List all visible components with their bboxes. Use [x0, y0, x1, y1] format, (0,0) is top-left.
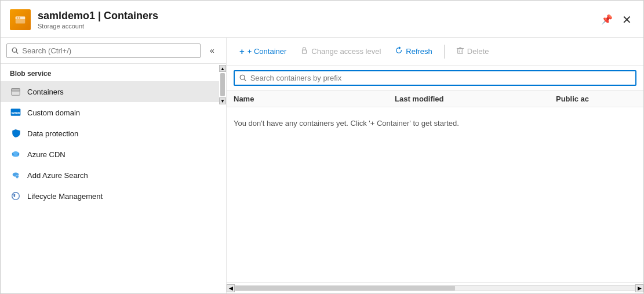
search-containers-icon [239, 74, 247, 82]
sidebar: « Blob service [1, 38, 227, 293]
container-icon [10, 86, 21, 97]
shield-icon [10, 128, 21, 139]
svg-rect-2 [17, 17, 19, 18]
domain-icon: www [10, 107, 21, 118]
lock-icon [300, 46, 308, 56]
search-bar-container: « [1, 38, 226, 64]
empty-state-message: You don't have any containers yet. Click… [227, 107, 643, 139]
add-container-label: + Container [248, 47, 287, 56]
svg-rect-21 [457, 49, 463, 53]
plus-icon: + [239, 46, 245, 56]
scrollbar-up-arrow[interactable]: ▲ [219, 65, 226, 72]
scrollbar-down-arrow[interactable]: ▼ [219, 97, 226, 104]
scrollbar-left-arrow[interactable]: ◀ [227, 284, 235, 292]
window-header: samldemo1 | Containers Storage account 📌… [1, 1, 643, 38]
search-containers-input[interactable] [250, 74, 631, 82]
table-header: Name Last modified Public ac [227, 91, 643, 107]
svg-rect-20 [303, 50, 307, 53]
search-service-icon [10, 169, 21, 181]
azure-cdn-label: Azure CDN [27, 150, 210, 159]
header-actions: 📌 ✕ [599, 10, 634, 29]
sidebar-search-input[interactable] [22, 46, 195, 55]
pin-icon[interactable]: 📌 [599, 12, 615, 27]
containers-label: Containers [27, 88, 210, 96]
svg-point-4 [12, 48, 17, 52]
toolbar: + + Container Change access level [227, 38, 643, 66]
col-header-access: Public ac [556, 95, 636, 103]
sidebar-item-azure-cdn[interactable]: Azure CDN [1, 144, 219, 165]
svg-line-16 [19, 178, 20, 179]
svg-text:www: www [11, 111, 20, 115]
sidebar-item-custom-domain[interactable]: www Custom domain [1, 102, 219, 123]
sidebar-search-bar[interactable] [6, 43, 201, 58]
add-azure-search-label: Add Azure Search [27, 171, 210, 180]
title-block: samldemo1 | Containers Storage account [38, 10, 158, 30]
search-icon [12, 47, 19, 55]
collapse-sidebar-button[interactable]: « [204, 42, 220, 59]
storage-icon [10, 9, 31, 30]
scrollbar-right-arrow[interactable]: ▶ [635, 284, 643, 292]
refresh-button[interactable]: Refresh [389, 43, 438, 59]
svg-point-13 [13, 151, 19, 155]
data-protection-label: Data protection [27, 129, 210, 138]
blob-service-label: Blob service [1, 64, 219, 81]
sidebar-item-data-protection[interactable]: Data protection [1, 123, 219, 144]
svg-point-17 [12, 193, 20, 200]
sidebar-scrollbar: ▲ ▼ [219, 64, 226, 104]
main-content: + + Container Change access level [227, 38, 643, 293]
svg-line-27 [244, 79, 246, 81]
sidebar-item-lifecycle-management[interactable]: Lifecycle Management [1, 186, 219, 206]
lifecycle-icon [10, 190, 21, 202]
toolbar-separator [444, 45, 445, 59]
svg-rect-19 [13, 194, 14, 197]
body: « Blob service [1, 38, 643, 293]
svg-line-5 [16, 52, 18, 53]
sidebar-item-containers[interactable]: Containers [1, 81, 219, 102]
trash-icon [456, 46, 464, 56]
delete-button[interactable]: Delete [450, 43, 495, 59]
svg-point-26 [240, 75, 245, 79]
lifecycle-management-label: Lifecycle Management [27, 192, 210, 201]
col-header-modified: Last modified [395, 95, 556, 103]
change-access-label: Change access level [311, 47, 381, 56]
close-button[interactable]: ✕ [620, 10, 634, 29]
svg-rect-3 [19, 17, 20, 18]
custom-domain-label: Custom domain [27, 108, 210, 117]
header-left: samldemo1 | Containers Storage account [10, 9, 158, 30]
svg-rect-7 [12, 89, 20, 92]
col-header-name: Name [234, 95, 395, 103]
add-container-button[interactable]: + + Container [234, 43, 292, 59]
search-containers-input-wrapper[interactable] [234, 70, 636, 86]
horizontal-scrollbar: ◀ ▶ [227, 282, 643, 293]
cdn-icon [10, 148, 21, 160]
scrollbar-thumb[interactable] [235, 286, 455, 291]
refresh-label: Refresh [406, 47, 432, 56]
window-subtitle: Storage account [38, 23, 158, 30]
refresh-icon [395, 46, 403, 56]
change-access-button[interactable]: Change access level [294, 43, 387, 59]
sidebar-item-add-azure-search[interactable]: Add Azure Search [1, 165, 219, 186]
sidebar-nav: Blob service Containers [1, 64, 226, 293]
main-window: samldemo1 | Containers Storage account 📌… [0, 0, 644, 294]
content-area: Name Last modified Public ac You don't h… [227, 66, 643, 293]
scrollbar-track [235, 285, 635, 291]
search-containers-container [227, 66, 643, 91]
delete-label: Delete [467, 47, 489, 56]
window-title: samldemo1 | Containers [38, 10, 158, 22]
